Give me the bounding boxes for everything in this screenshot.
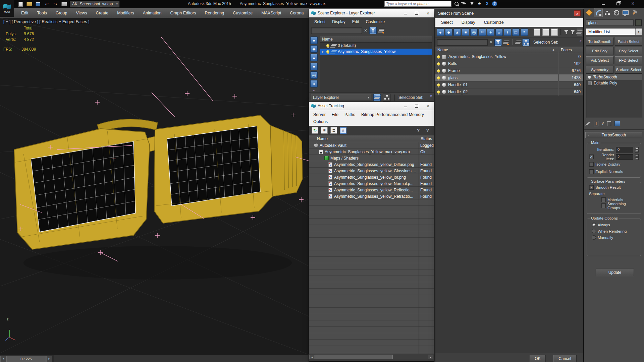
faces-column-header[interactable]: Faces (561, 48, 572, 52)
pin-stack-icon[interactable] (586, 123, 591, 124)
display-filter-icon[interactable] (445, 28, 452, 36)
turbosmooth-rollout-header[interactable]: - TurboSmooth (585, 132, 642, 138)
name-column-header[interactable]: Name (320, 36, 432, 43)
command-panel-tab[interactable] (603, 8, 612, 17)
previous-frame-button[interactable]: ◄ (0, 356, 6, 362)
ok-button[interactable]: OK (530, 355, 546, 362)
menu-item[interactable]: Select (311, 19, 329, 24)
display-filter-icon[interactable] (512, 28, 520, 36)
communication-center-icon[interactable] (469, 1, 475, 7)
asset-row[interactable]: Asymmetric_Sunglasses_yellow_Glossines..… (309, 168, 434, 174)
menu-item[interactable]: Animation (139, 11, 166, 15)
command-panel-tab[interactable] (621, 8, 630, 17)
layers-view-icon[interactable] (373, 94, 381, 101)
menu-item[interactable]: Tools (33, 11, 51, 15)
display-filter-icon[interactable] (504, 28, 511, 36)
name-column-header[interactable]: Name (309, 136, 328, 141)
new-scene-button[interactable] (17, 1, 23, 7)
project-folder-button[interactable] (61, 1, 67, 7)
scroll-left-arrow[interactable]: ◄ (309, 355, 315, 359)
asset-row[interactable]: Asymmetric_Sunglasses_yellow_Reflectio..… (309, 187, 434, 193)
display-filter-icon[interactable] (310, 63, 318, 70)
view-mode-icon[interactable] (542, 28, 549, 36)
iterations-spinner[interactable]: 0 (616, 147, 633, 153)
clear-search-icon[interactable]: ✕ (364, 28, 367, 33)
report-view-icon[interactable] (321, 127, 328, 134)
layer-options-icon[interactable] (502, 41, 509, 44)
modifier-button[interactable]: Symmetry (586, 66, 613, 74)
smooth-result-checkbox[interactable] (589, 185, 594, 190)
display-filter-icon[interactable] (470, 28, 478, 36)
restore-button[interactable] (613, 0, 623, 7)
help-icon[interactable] (415, 127, 422, 134)
asset-row[interactable]: Asymmetric_Sunglasses_Yellow_max_vray.ma… (309, 148, 434, 155)
menu-item[interactable]: Graph Editors (166, 11, 200, 15)
horizontal-scrollbar[interactable]: ◄ ► (309, 354, 434, 359)
menu-item[interactable]: Server (310, 112, 329, 117)
refresh-icon[interactable] (312, 127, 318, 134)
update-option-radio[interactable] (592, 235, 596, 240)
modifier-list-dropdown[interactable]: Modifier List ▾ (586, 28, 642, 35)
modifier-button[interactable]: Vol. Select (586, 56, 613, 64)
command-panel-tab[interactable] (585, 8, 594, 17)
menu-item[interactable]: Edit (349, 19, 363, 24)
help-icon[interactable] (492, 1, 497, 6)
menu-item[interactable]: Views (71, 11, 91, 15)
maximize-button[interactable] (413, 10, 420, 16)
clear-search-icon[interactable]: ✕ (489, 40, 493, 45)
visibility-bulb-icon[interactable] (326, 44, 329, 47)
view-mode-icon[interactable] (551, 28, 558, 36)
stack-row-icon[interactable] (588, 81, 592, 85)
footer-overflow-icon[interactable]: » (430, 94, 432, 98)
filter-combinations-icon[interactable] (577, 28, 582, 36)
toolbar-overflow-icon[interactable]: » (313, 88, 315, 92)
menu-item[interactable]: Customize (480, 20, 508, 25)
asset-row[interactable]: Maps / Shaders (309, 155, 434, 161)
modifier-button[interactable]: Poly Select (615, 47, 642, 55)
materials-checkbox[interactable] (601, 197, 606, 202)
name-column-header[interactable]: Name (435, 48, 448, 52)
menu-item[interactable]: Rendering (201, 11, 229, 15)
save-file-button[interactable] (35, 1, 41, 7)
display-filter-icon[interactable] (487, 28, 494, 36)
filter-icon[interactable] (369, 27, 377, 34)
menu-item[interactable]: Modifiers (113, 11, 139, 15)
display-filter-icon[interactable] (437, 28, 444, 36)
display-filter-icon[interactable] (310, 80, 318, 87)
render-iters-spinner[interactable]: 2 (616, 154, 633, 160)
menu-item[interactable]: Display (457, 20, 480, 25)
modifier-button[interactable]: Edit Poly (586, 47, 613, 55)
menu-item[interactable]: Options (310, 119, 331, 124)
modifier-stack-row[interactable]: Editable Poly (586, 80, 642, 86)
maximize-button[interactable] (413, 103, 420, 109)
update-option-radio[interactable] (592, 223, 596, 227)
find-input[interactable] (437, 39, 488, 46)
display-filter-icon[interactable] (310, 71, 318, 79)
hierarchy-view-icon[interactable] (383, 94, 391, 102)
display-filter-icon[interactable] (310, 37, 318, 44)
configure-modifier-sets-icon[interactable] (614, 121, 620, 126)
menu-item[interactable]: Edit (17, 11, 33, 15)
scroll-right-arrow[interactable]: ► (428, 355, 433, 359)
display-filter-icon[interactable] (453, 28, 461, 36)
find-input[interactable] (311, 27, 362, 34)
menu-item[interactable]: Group (51, 11, 72, 15)
menu-item[interactable]: Corona (285, 11, 308, 15)
minimize-button[interactable] (598, 0, 608, 7)
menu-item[interactable]: File (329, 112, 341, 117)
command-panel-tab[interactable] (594, 8, 603, 17)
asset-row[interactable]: Asymmetric_Sunglasses_yellow_ior.png Fou… (309, 174, 434, 180)
display-filter-icon[interactable] (495, 28, 503, 36)
filter-config-icon[interactable] (570, 28, 575, 36)
modifier-button[interactable]: Patch Select (615, 38, 642, 46)
stack-row-icon[interactable] (588, 76, 591, 79)
expand-arrow-icon[interactable]: ▶ (321, 50, 325, 53)
smoothing-groups-checkbox[interactable] (601, 203, 606, 208)
modifier-stack-row[interactable]: TurboSmooth (586, 74, 642, 80)
close-button[interactable] (628, 0, 638, 7)
update-option-radio[interactable] (592, 229, 596, 233)
infocenter-search-input[interactable] (384, 1, 451, 7)
minimize-button[interactable] (401, 103, 409, 109)
command-panel-tab[interactable] (630, 8, 639, 17)
object-row[interactable]: Bolts 192 (435, 60, 583, 67)
